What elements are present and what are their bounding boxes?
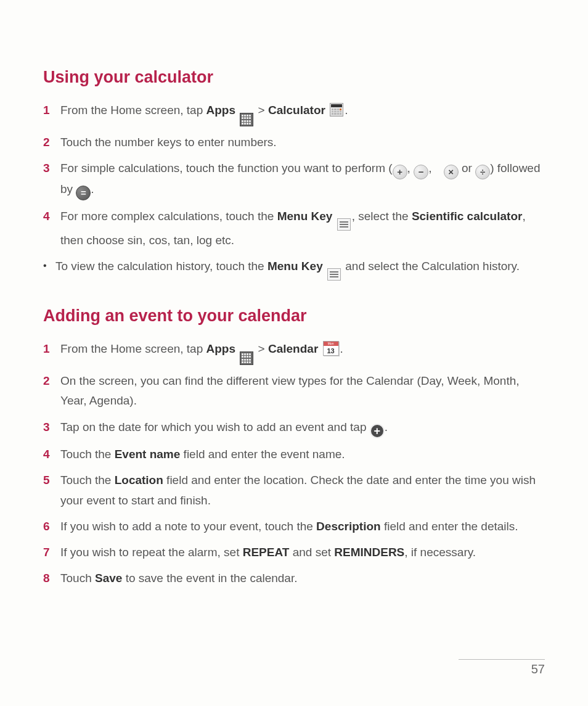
list-item: 8 Touch Save to save the event in the ca… bbox=[43, 568, 545, 588]
apps-icon bbox=[240, 351, 253, 365]
calendar-icon-month: Mon bbox=[324, 342, 338, 346]
text: and select the Calculation history. bbox=[342, 260, 520, 273]
text: To view the calculation history, touch t… bbox=[55, 260, 267, 273]
heading-calendar: Adding an event to your calendar bbox=[43, 306, 545, 326]
step-number: 3 bbox=[43, 158, 60, 178]
step-number: 6 bbox=[43, 517, 60, 536]
step-body: On the screen, you can find the differen… bbox=[60, 371, 545, 411]
text: Touch the bbox=[60, 448, 115, 461]
list-item: 4 Touch the Event name field and enter t… bbox=[43, 445, 545, 464]
bold-text: REPEAT bbox=[243, 546, 290, 559]
text: If you wish to add a note to your event,… bbox=[60, 520, 316, 533]
text: . bbox=[385, 421, 388, 433]
text: For simple calculations, touch the funct… bbox=[60, 162, 393, 174]
step-body: Tap on the date for which you wish to ad… bbox=[60, 417, 545, 438]
calendar-icon: Mon13 bbox=[323, 341, 339, 356]
bold-text: Location bbox=[115, 474, 163, 486]
step-number: 8 bbox=[43, 568, 60, 588]
step-number: 1 bbox=[43, 101, 60, 120]
text: , if necessary. bbox=[404, 546, 476, 559]
bold-text: Menu Key bbox=[277, 210, 333, 223]
bold-text: Calculator bbox=[268, 104, 325, 117]
bold-text: Description bbox=[316, 520, 381, 533]
text: > bbox=[258, 342, 268, 355]
multiply-icon: × bbox=[444, 165, 459, 179]
bullet: • bbox=[43, 257, 55, 275]
list-item: 5 Touch the Location field and enter the… bbox=[43, 470, 545, 511]
text: to save the event in the calendar. bbox=[122, 572, 297, 585]
plus-icon: + bbox=[393, 165, 407, 179]
list-item: 4 For more complex calculations, touch t… bbox=[43, 207, 545, 250]
step-number: 3 bbox=[43, 417, 60, 437]
text: If you wish to repeat the alarm, set bbox=[60, 546, 243, 559]
bold-text: Apps bbox=[206, 342, 236, 355]
bold-text: Event name bbox=[115, 448, 181, 461]
step-body: Touch the number keys to enter numbers. bbox=[60, 133, 545, 152]
text: Touch bbox=[60, 572, 95, 585]
heading-calculator: Using your calculator bbox=[43, 68, 545, 87]
step-number: 1 bbox=[43, 339, 60, 359]
step-body: If you wish to add a note to your event,… bbox=[60, 517, 545, 536]
step-number: 5 bbox=[43, 470, 60, 490]
text: From the Home screen, tap bbox=[60, 342, 206, 355]
text: , select the bbox=[352, 210, 412, 223]
text: Touch the bbox=[60, 474, 115, 486]
minus-icon: − bbox=[414, 165, 428, 179]
text: . bbox=[91, 183, 94, 195]
list-item: 1 From the Home screen, tap Apps > Calen… bbox=[43, 339, 545, 365]
text: , bbox=[407, 162, 414, 174]
section-calendar: Adding an event to your calendar 1 From … bbox=[43, 306, 545, 589]
text: . bbox=[340, 342, 343, 355]
section-calculator: Using your calculator 1 From the Home sc… bbox=[43, 68, 545, 281]
text: From the Home screen, tap bbox=[60, 104, 206, 117]
text: field and enter the details. bbox=[381, 520, 518, 533]
text: , bbox=[428, 162, 435, 174]
list-item: 3 For simple calculations, touch the fun… bbox=[43, 158, 545, 200]
bold-text: Scientific calculator bbox=[412, 210, 523, 223]
step-body: If you wish to repeat the alarm, set REP… bbox=[60, 543, 545, 562]
menu-key-icon bbox=[327, 268, 341, 281]
bold-text: Calendar bbox=[268, 342, 318, 355]
bold-text: Menu Key bbox=[267, 260, 323, 273]
text: . bbox=[345, 104, 348, 117]
add-event-icon: + bbox=[370, 424, 385, 438]
list-item: • To view the calculation history, touch… bbox=[43, 257, 545, 281]
text: > bbox=[258, 104, 268, 117]
step-number: 4 bbox=[43, 445, 60, 464]
bold-text: Save bbox=[95, 572, 122, 585]
equals-icon: = bbox=[76, 186, 91, 200]
text: For more complex calculations, touch the bbox=[60, 210, 277, 223]
step-body: Touch Save to save the event in the cale… bbox=[60, 568, 545, 588]
menu-key-icon bbox=[337, 218, 351, 231]
list-item: 2 On the screen, you can find the differ… bbox=[43, 371, 545, 411]
step-body: From the Home screen, tap Apps > Calenda… bbox=[60, 339, 545, 365]
bold-text: Apps bbox=[206, 104, 236, 117]
step-body: To view the calculation history, touch t… bbox=[55, 257, 545, 281]
list-item: 7 If you wish to repeat the alarm, set R… bbox=[43, 543, 545, 562]
list-item: 6 If you wish to add a note to your even… bbox=[43, 517, 545, 536]
page-number: 57 bbox=[531, 662, 545, 676]
step-body: From the Home screen, tap Apps > Calcula… bbox=[60, 101, 545, 126]
page-footer: 57 bbox=[459, 659, 545, 676]
calendar-icon-day: 13 bbox=[324, 346, 338, 355]
list-item: 3 Tap on the date for which you wish to … bbox=[43, 417, 545, 438]
apps-icon bbox=[240, 113, 253, 126]
text: and set bbox=[289, 546, 334, 559]
divide-icon: ÷ bbox=[475, 165, 490, 179]
step-body: Touch the Location field and enter the l… bbox=[60, 470, 545, 511]
bold-text: REMINDERS bbox=[334, 546, 404, 559]
step-number: 2 bbox=[43, 133, 60, 152]
step-number: 4 bbox=[43, 207, 60, 226]
footer-divider bbox=[459, 659, 545, 660]
step-body: For simple calculations, touch the funct… bbox=[60, 158, 545, 200]
step-body: For more complex calculations, touch the… bbox=[60, 207, 545, 250]
step-body: Touch the Event name field and enter the… bbox=[60, 445, 545, 464]
step-number: 2 bbox=[43, 371, 60, 391]
calculator-icon bbox=[330, 103, 343, 117]
text: field and enter the event name. bbox=[180, 448, 345, 461]
step-number: 7 bbox=[43, 543, 60, 562]
list-item: 1 From the Home screen, tap Apps > Calcu… bbox=[43, 101, 545, 126]
text: or bbox=[459, 162, 475, 174]
list-item: 2 Touch the number keys to enter numbers… bbox=[43, 133, 545, 152]
text: Tap on the date for which you wish to ad… bbox=[60, 421, 370, 433]
